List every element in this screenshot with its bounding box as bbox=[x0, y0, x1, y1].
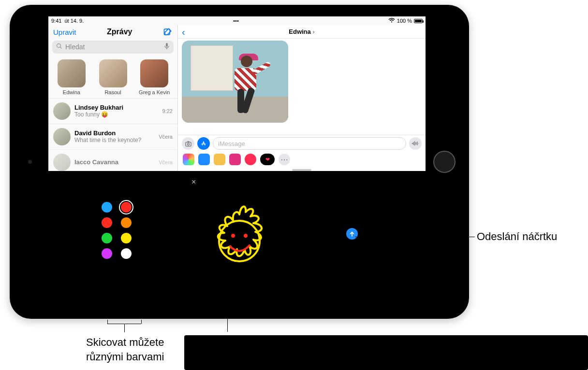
app-appstore-icon[interactable] bbox=[198, 154, 210, 165]
messages-scroll[interactable] bbox=[178, 39, 426, 135]
callout-leader bbox=[124, 324, 125, 332]
conversation-name: David Burdon bbox=[74, 129, 155, 137]
front-camera bbox=[28, 160, 32, 164]
svg-rect-4 bbox=[185, 142, 191, 146]
svg-point-9 bbox=[245, 235, 247, 237]
conversation-time: Včera bbox=[159, 159, 173, 165]
conversation-row[interactable]: Lindsey Bukhari Too funny 😝 9:22 bbox=[48, 98, 177, 124]
pinned-contact[interactable]: Edwina bbox=[52, 59, 91, 95]
svg-line-2 bbox=[60, 47, 61, 48]
ipad-device-frame: 9:41 út 14. 9. ••• 100 % Upravit Zprávy bbox=[10, 5, 469, 319]
app-digitaltouch-icon[interactable]: ❤ bbox=[260, 154, 275, 165]
app-stickers-icon[interactable] bbox=[229, 154, 241, 165]
send-sketch-button[interactable] bbox=[346, 228, 358, 240]
conversation-time: Včera bbox=[159, 134, 173, 140]
callout-leader bbox=[355, 237, 475, 237]
sketch-canvas[interactable] bbox=[189, 185, 290, 297]
avatar bbox=[53, 102, 71, 120]
conversation-name: Lindsey Bukhari bbox=[74, 104, 159, 111]
conversation-row[interactable]: Iacco Cavanna Včera bbox=[48, 149, 177, 171]
svg-rect-6 bbox=[187, 141, 189, 142]
app-more-icon[interactable]: ⋯ bbox=[279, 154, 290, 165]
svg-rect-3 bbox=[166, 43, 168, 47]
conversation-name: Iacco Cavanna bbox=[74, 158, 155, 166]
color-swatch-magenta[interactable] bbox=[102, 248, 112, 259]
camera-icon[interactable] bbox=[182, 137, 194, 150]
pinned-name: Rasoul bbox=[94, 89, 132, 95]
chevron-left-icon[interactable]: ‹ bbox=[182, 27, 185, 37]
battery-icon bbox=[414, 19, 423, 23]
mic-icon[interactable] bbox=[164, 43, 170, 52]
conversation-time: 9:22 bbox=[162, 108, 173, 114]
digital-touch-drawer: × bbox=[48, 171, 426, 307]
search-input[interactable]: Hledat bbox=[52, 41, 174, 54]
edit-button[interactable]: Upravit bbox=[53, 28, 76, 36]
svg-point-8 bbox=[232, 235, 234, 237]
color-swatch-red[interactable] bbox=[121, 202, 132, 213]
messages-app: 9:41 út 14. 9. ••• 100 % Upravit Zprávy bbox=[48, 16, 426, 171]
chevron-right-icon: › bbox=[311, 28, 315, 35]
status-bar: 9:41 út 14. 9. ••• 100 % bbox=[48, 16, 426, 25]
svg-point-1 bbox=[57, 44, 61, 48]
callout-canvas: Kreslicí plátno bbox=[184, 335, 588, 370]
contact-name-label: Edwina bbox=[289, 28, 311, 35]
pinned-name: Greg a Kevin bbox=[135, 89, 174, 95]
app-photos-icon[interactable] bbox=[183, 154, 194, 165]
color-swatch-yellow[interactable] bbox=[121, 233, 132, 243]
color-swatch-green[interactable] bbox=[102, 233, 112, 243]
pinned-name: Edwina bbox=[52, 89, 91, 95]
conversation-header: ‹ Edwina › bbox=[178, 25, 426, 39]
sidebar-title: Zprávy bbox=[107, 28, 132, 36]
conversation-list[interactable]: Lindsey Bukhari Too funny 😝 9:22 David B… bbox=[48, 98, 177, 171]
avatar bbox=[140, 59, 168, 87]
message-input[interactable]: iMessage bbox=[213, 137, 406, 150]
conversation-sidebar: Upravit Zprávy Hledat bbox=[48, 25, 178, 171]
audio-wave-icon[interactable] bbox=[409, 137, 422, 150]
avatar bbox=[58, 59, 86, 87]
color-swatch-orange[interactable] bbox=[121, 217, 132, 228]
pinned-contact[interactable]: Greg a Kevin bbox=[135, 59, 174, 95]
avatar bbox=[53, 154, 71, 171]
color-swatch-white[interactable] bbox=[121, 248, 132, 259]
compose-icon[interactable] bbox=[163, 27, 173, 37]
callout-colors: Skicovat můžete různými barvami bbox=[86, 335, 178, 364]
contact-name[interactable]: Edwina › bbox=[289, 28, 314, 35]
callout-tick bbox=[107, 320, 108, 324]
callout-tick bbox=[141, 320, 142, 324]
color-swatch-red2[interactable] bbox=[102, 217, 112, 228]
search-placeholder: Hledat bbox=[65, 43, 85, 51]
conversation-preview: Too funny 😝 bbox=[74, 111, 159, 118]
pinned-row: Edwina Rasoul Greg a Kevin bbox=[48, 56, 177, 98]
compose-row: iMessage bbox=[178, 135, 426, 152]
conversation-row[interactable]: David Burdon What time is the keynote? V… bbox=[48, 124, 177, 149]
search-icon bbox=[56, 43, 62, 51]
avatar bbox=[53, 128, 71, 145]
appstore-icon[interactable] bbox=[197, 137, 210, 150]
app-memoji-icon[interactable] bbox=[214, 154, 225, 165]
color-palette bbox=[102, 202, 133, 259]
conversation-main: ‹ Edwina › bbox=[178, 25, 426, 171]
status-time: 9:41 bbox=[51, 18, 61, 24]
screen: 9:41 út 14. 9. ••• 100 % Upravit Zprávy bbox=[48, 16, 426, 307]
svg-point-5 bbox=[187, 143, 189, 145]
drag-handle-top: ••• bbox=[84, 18, 388, 24]
battery-percent: 100 % bbox=[397, 18, 412, 24]
avatar bbox=[99, 59, 127, 87]
message-photo[interactable] bbox=[182, 41, 288, 123]
conversation-preview: What time is the keynote? bbox=[74, 137, 155, 143]
color-swatch-blue[interactable] bbox=[102, 202, 112, 213]
callout-leader bbox=[227, 303, 228, 332]
status-date: út 14. 9. bbox=[64, 18, 84, 24]
callout-send: Odeslání náčrtku bbox=[477, 229, 557, 244]
app-strip: ❤ ⋯ bbox=[178, 152, 426, 168]
pinned-contact[interactable]: Rasoul bbox=[94, 59, 132, 95]
home-button[interactable] bbox=[433, 151, 456, 173]
wifi-icon bbox=[388, 18, 395, 24]
sketch-canvas-area: × bbox=[189, 177, 290, 297]
app-music-icon[interactable] bbox=[245, 154, 256, 165]
message-placeholder: iMessage bbox=[218, 140, 245, 147]
